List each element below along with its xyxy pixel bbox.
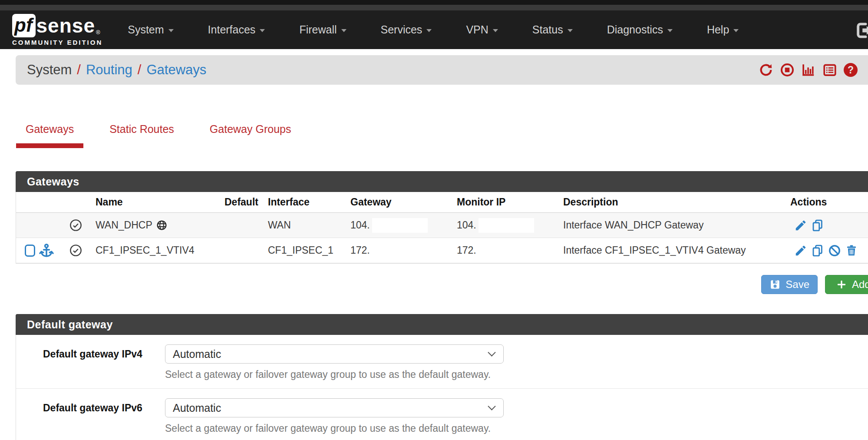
- logo-registered-mark: ®: [96, 29, 100, 36]
- checkbox-icon[interactable]: [25, 245, 35, 257]
- field-help-text: Select a gateway or failover gateway gro…: [165, 423, 504, 434]
- nav-item-label: Services: [381, 23, 422, 36]
- form-control: Automatic Select a gateway or failover g…: [165, 344, 504, 380]
- nav-item-status[interactable]: Status: [532, 23, 573, 36]
- nav-item-firewall[interactable]: Firewall: [299, 23, 346, 36]
- tab-gateway-groups[interactable]: Gateway Groups: [200, 123, 301, 148]
- chevron-down-icon: [426, 29, 432, 32]
- nav-item-label: Help: [707, 23, 729, 36]
- gateway-name-cell: CF1_IPSEC_1_VTIV4: [92, 245, 220, 256]
- chevron-down-icon: [341, 29, 347, 32]
- tab-bar: Gateways Static Routes Gateway Groups: [16, 123, 868, 148]
- breadcrumb-bar: System / Routing / Gateways: [16, 55, 868, 85]
- stop-icon[interactable]: [780, 63, 795, 77]
- navbar: pf sense ® COMMUNITY EDITION System Inte…: [0, 10, 868, 49]
- page-content: System / Routing / Gateways: [16, 55, 868, 440]
- breadcrumb-link-gateways[interactable]: Gateways: [146, 62, 206, 78]
- save-icon: [769, 279, 781, 290]
- save-button-label: Save: [785, 278, 809, 291]
- field-help-text: Select a gateway or failover gateway gro…: [165, 369, 504, 380]
- plus-icon: [836, 279, 847, 290]
- logo-pf-mark: pf: [12, 14, 36, 37]
- default-gateway-ipv4-select[interactable]: Automatic: [165, 344, 504, 364]
- breadcrumb-actions: ?: [759, 63, 858, 77]
- nav-item-interfaces[interactable]: Interfaces: [208, 23, 265, 36]
- tab-gateways[interactable]: Gateways: [16, 123, 83, 148]
- logo-edition-text: COMMUNITY EDITION: [12, 39, 102, 46]
- gateway-name: CF1_IPSEC_1_VTIV4: [96, 245, 195, 256]
- column-header-default: Default: [220, 196, 264, 208]
- gateway-description-cell: Interface WAN_DHCP Gateway: [559, 219, 785, 231]
- column-header-actions: Actions: [785, 196, 868, 208]
- gateway-interface-cell: CF1_IPSEC_1: [264, 245, 346, 256]
- default-gateway-ipv6-select[interactable]: Automatic: [165, 398, 504, 417]
- column-header-monitor-ip: Monitor IP: [452, 196, 559, 208]
- nav-item-label: Diagnostics: [607, 23, 663, 36]
- monitor-ip: 172.: [457, 245, 476, 256]
- gateways-table: Name Default Interface Gateway Monitor I…: [16, 192, 868, 264]
- save-button[interactable]: Save: [761, 275, 818, 294]
- monitor-ip-cell: 104.: [452, 218, 559, 233]
- chevron-down-icon: [493, 29, 498, 32]
- form-control: Automatic Select a gateway or failover g…: [165, 398, 504, 434]
- check-circle-icon: [69, 218, 83, 232]
- ban-icon[interactable]: [828, 244, 841, 257]
- gateway-address-cell: 104.: [346, 218, 452, 233]
- copy-icon[interactable]: [811, 219, 824, 232]
- help-icon[interactable]: ?: [844, 63, 858, 77]
- column-header-description: Description: [559, 196, 785, 208]
- monitor-ip: 104.: [457, 219, 476, 231]
- nav-item-diagnostics[interactable]: Diagnostics: [607, 23, 673, 36]
- sign-out-icon[interactable]: [853, 21, 868, 42]
- add-button[interactable]: Add: [825, 275, 868, 294]
- navbar-top-band: [0, 5, 868, 10]
- trash-icon[interactable]: [845, 244, 858, 257]
- row-status-cell: [59, 244, 92, 257]
- chart-icon[interactable]: [801, 63, 816, 77]
- edit-icon[interactable]: [794, 219, 807, 232]
- gateway-name: WAN_DHCP: [96, 219, 152, 231]
- default-gateway-panel-header: Default gateway: [16, 314, 868, 335]
- breadcrumb-link-routing[interactable]: Routing: [86, 62, 132, 78]
- selected-value: Automatic: [173, 402, 221, 414]
- edit-icon[interactable]: [794, 244, 807, 257]
- nav-item-help[interactable]: Help: [707, 23, 739, 36]
- gateways-panel: Gateways Name Default Interface Gateway …: [16, 171, 868, 264]
- breadcrumb-section: System: [27, 62, 72, 78]
- nav-item-label: Firewall: [299, 23, 337, 36]
- refresh-icon[interactable]: [759, 63, 773, 77]
- redacted-value: [372, 218, 428, 233]
- tab-static-routes[interactable]: Static Routes: [100, 123, 184, 148]
- gateway-address-cell: 172.: [346, 245, 452, 256]
- chevron-down-icon: [568, 29, 573, 32]
- gateway-address: 172.: [350, 245, 370, 256]
- nav-item-label: VPN: [466, 23, 488, 36]
- pfsense-logo: pf sense ® COMMUNITY EDITION: [12, 14, 102, 46]
- chevron-down-icon: [260, 29, 265, 32]
- globe-icon: [156, 219, 168, 231]
- logo-sense-text: sense: [36, 14, 95, 37]
- copy-icon[interactable]: [811, 244, 824, 257]
- log-icon[interactable]: [822, 63, 837, 77]
- add-button-label: Add: [852, 278, 868, 291]
- breadcrumb: System / Routing / Gateways: [27, 62, 206, 78]
- chevron-down-icon: [488, 402, 495, 410]
- check-circle-icon: [69, 244, 83, 257]
- breadcrumb-separator: /: [77, 62, 81, 78]
- chevron-down-icon: [168, 29, 174, 32]
- table-actions: Save Add: [16, 275, 868, 294]
- row-actions-cell: [785, 244, 868, 257]
- anchor-icon: [39, 243, 54, 258]
- nav-item-vpn[interactable]: VPN: [466, 23, 498, 36]
- redacted-value: [479, 218, 534, 233]
- nav-item-label: System: [128, 23, 164, 36]
- form-row-ipv6: Default gateway IPv6 Automatic Select a …: [16, 389, 868, 440]
- monitor-ip-cell: 172.: [452, 245, 559, 256]
- window-top-strip: [0, 0, 868, 5]
- table-row: CF1_IPSEC_1_VTIV4 CF1_IPSEC_1 172. 172. …: [16, 238, 868, 263]
- main-menu: System Interfaces Firewall Services VPN …: [128, 23, 739, 36]
- gateway-address: 104.: [350, 219, 370, 231]
- nav-item-system[interactable]: System: [128, 23, 173, 36]
- default-gateway-ipv4-label: Default gateway IPv4: [43, 344, 165, 380]
- nav-item-services[interactable]: Services: [381, 23, 432, 36]
